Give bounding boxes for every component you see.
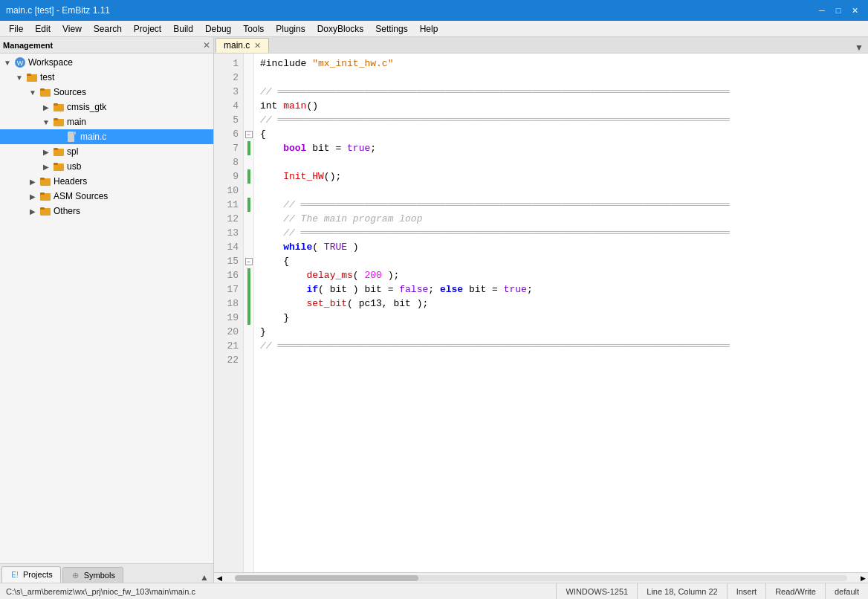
sources-folder-icon [39,85,52,99]
svg-rect-11 [73,132,76,135]
main-content: Management ✕ ▼ W Workspace ▼ test [0,37,868,583]
line-number-15: 15 [214,254,243,268]
code-token: // ═════════════════════════════════════… [260,198,730,212]
gutter-marker-6[interactable]: − [244,127,253,141]
code-token [260,268,306,282]
code-token: ) [347,240,359,254]
line-numbers: 12345678910111213141516171819202122 [214,54,244,572]
editor-panel: main.c ✕ ▼ 12345678910111213141516171819… [214,37,868,583]
line-number-19: 19 [214,311,243,325]
menu-item-build[interactable]: Build [167,22,199,36]
fold-button-6[interactable]: − [245,131,253,138]
menu-item-edit[interactable]: Edit [29,22,56,36]
tab-projects[interactable]: E! Projects [1,566,61,583]
tree-item-others[interactable]: ▶ Others [0,204,213,218]
tree-item-headers[interactable]: ▶ Headers [0,174,213,189]
tree-item-sources[interactable]: ▼ Sources [0,85,213,100]
menu-item-help[interactable]: Help [414,22,444,36]
code-token: { [260,254,289,268]
sources-label: Sources [54,87,86,97]
tree-item-main[interactable]: ▼ main [0,114,213,129]
menu-item-file[interactable]: File [3,22,29,36]
menu-item-plugins[interactable]: Plugins [270,22,311,36]
menu-item-view[interactable]: View [56,22,88,36]
code-token: TRUE [324,240,347,254]
spl-toggle-icon: ▶ [40,148,52,156]
left-panel: Management ✕ ▼ W Workspace ▼ test [0,37,214,583]
tree-item-cmsis-gtk[interactable]: ▶ cmsis_gtk [0,100,213,114]
line-number-18: 18 [214,297,243,311]
code-line-17: if( bit ) bit = false; else bit = true; [260,282,862,297]
menu-item-project[interactable]: Project [128,22,167,36]
tab-mainc-close-icon[interactable]: ✕ [254,41,261,51]
others-toggle-icon: ▶ [27,207,39,216]
tab-mainc[interactable]: main.c ✕ [216,38,269,53]
gutter-marker-9 [244,169,253,184]
others-folder-icon [39,204,52,218]
modified-indicator-19 [247,311,250,325]
code-token: // The main program loop [260,212,422,226]
bottom-panel-tabs: E! Projects ⊕ Symbols ▲ [0,563,213,583]
usb-label: usb [67,161,81,172]
menu-item-doxyblocks[interactable]: DoxyBlocks [311,22,370,36]
code-token: 200 [364,268,381,282]
hscroll-left-button[interactable]: ◀ [214,573,224,583]
line-number-1: 1 [214,56,243,71]
gutter-marker-8 [244,155,253,169]
gutter-marker-19 [244,311,253,325]
fold-button-15[interactable]: − [245,258,253,265]
maximize-button[interactable]: □ [831,3,846,18]
code-line-3: // ═════════════════════════════════════… [260,85,862,99]
tree-item-workspace[interactable]: ▼ W Workspace [0,55,213,70]
line-number-21: 21 [214,339,243,353]
code-token: { [260,127,266,141]
tab-scroll-right-button[interactable]: ▼ [852,42,867,53]
svg-rect-21 [40,207,45,210]
editor-hscroll[interactable]: ◀ ▶ [214,572,868,583]
test-toggle-icon: ▼ [13,74,25,82]
editor-tab-bar: main.c ✕ ▼ [214,37,868,54]
panel-expand-button[interactable]: ▲ [197,572,212,583]
mainc-label: main.c [80,132,106,142]
tree-item-mainc[interactable]: main.c [0,129,213,144]
line-number-8: 8 [214,155,243,169]
code-token [260,297,306,311]
hscroll-right-button[interactable]: ▶ [858,573,868,583]
menu-item-settings[interactable]: Settings [369,22,413,36]
symbols-tab-label: Symbols [84,571,115,580]
headers-label: Headers [54,176,87,187]
line-number-20: 20 [214,325,243,339]
tree-item-spl[interactable]: ▶ spl [0,144,213,159]
svg-rect-7 [54,103,58,106]
code-line-5: // ═════════════════════════════════════… [260,113,862,127]
cmsis-gtk-folder-icon [52,100,65,114]
gutter-marker-15[interactable]: − [244,254,253,268]
main-toggle-icon: ▼ [40,118,52,126]
tree-item-asm-sources[interactable]: ▶ ASM Sources [0,189,213,204]
close-button[interactable]: ✕ [847,3,862,18]
gutter-marker-21 [244,339,253,353]
code-line-13: // ═════════════════════════════════════… [260,226,862,240]
code-token: // ═════════════════════════════════════… [260,85,730,99]
main-folder-icon [52,115,65,129]
spl-label: spl [67,146,78,157]
menu-item-debug[interactable]: Debug [199,22,237,36]
panel-close-button[interactable]: ✕ [203,40,210,51]
line-number-12: 12 [214,212,243,226]
test-label: test [40,72,54,82]
mainc-file-icon [65,130,79,143]
menu-item-search[interactable]: Search [88,22,128,36]
code-token: #include [260,56,312,71]
modified-indicator-18 [247,297,250,311]
minimize-button[interactable]: ─ [814,3,829,18]
code-token: bool [283,141,306,155]
tree-item-test[interactable]: ▼ test [0,70,213,85]
modified-indicator-16 [247,268,250,282]
cmsis-gtk-toggle-icon: ▶ [40,103,52,111]
tab-symbols[interactable]: ⊕ Symbols [62,567,123,583]
menu-item-tools[interactable]: Tools [237,22,270,36]
code-content[interactable]: #include "mx_init_hw.c"// ══════════════… [254,54,868,572]
code-line-9: Init_HW(); [260,169,862,184]
code-editor[interactable]: 12345678910111213141516171819202122 −− #… [214,54,868,572]
tree-item-usb[interactable]: ▶ usb [0,159,213,174]
